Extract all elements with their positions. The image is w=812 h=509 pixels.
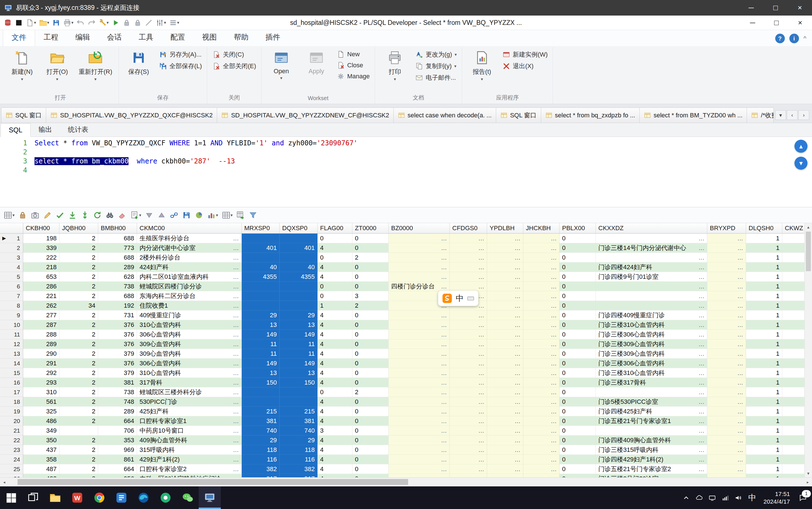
cell-expand-button[interactable]: … <box>231 350 239 357</box>
cell-expand-button[interactable]: … <box>549 427 557 434</box>
cell-BRYXPD[interactable]: … <box>707 359 746 368</box>
cell-CFDGS0[interactable]: … <box>450 359 487 368</box>
network-tray-button[interactable] <box>719 486 732 509</box>
cell-expand-button[interactable]: … <box>696 245 705 251</box>
cell-CKBH00[interactable]: 288 <box>23 330 59 339</box>
ribbon-tab-6[interactable]: 视图 <box>194 29 225 46</box>
cell-YPDLBH[interactable]: … <box>487 359 523 368</box>
cell-expand-button[interactable]: … <box>231 466 239 473</box>
cell-expand-button[interactable]: … <box>439 264 447 271</box>
cell-expand-button[interactable]: … <box>512 245 521 251</box>
cell-CKXXDZ[interactable]: … <box>596 301 707 310</box>
cell-CKXXDZ[interactable]: 门诊四楼9号门01诊室… <box>596 272 707 282</box>
cell-PBLX00[interactable]: 0 <box>560 445 596 455</box>
cell-expand-button[interactable]: … <box>231 331 239 338</box>
cell-BZ0000[interactable]: … <box>388 368 450 378</box>
cell-CFDGS0[interactable]: … <box>450 378 487 387</box>
cell-expand-button[interactable]: … <box>549 379 557 386</box>
close-button[interactable]: 关闭(C) <box>210 49 258 60</box>
cell-FLAG00[interactable]: 4 <box>317 474 352 477</box>
cell-expand-button[interactable]: … <box>439 254 447 261</box>
cell-BMBH00[interactable]: 688 <box>98 234 137 243</box>
cell-BRYXPD[interactable]: … <box>707 397 746 407</box>
cell-YPDLBH[interactable]: … <box>487 426 523 436</box>
cell-expand-button[interactable]: … <box>735 360 743 367</box>
cell-expand-button[interactable]: … <box>696 302 705 309</box>
cell-CFDGS0[interactable]: … <box>450 387 487 397</box>
cell-JHCKBH[interactable]: … <box>523 436 560 445</box>
cell-CFDGS0[interactable]: … <box>450 368 487 378</box>
cell-DLQSH0[interactable]: 1 <box>746 445 782 455</box>
cell-expand-button[interactable]: … <box>549 370 557 376</box>
execute-button[interactable] <box>110 16 121 29</box>
cell-ZT0000[interactable]: 0 <box>352 320 388 330</box>
cell-CFDGS0[interactable]: … <box>450 416 487 426</box>
cell-CKXXDZ[interactable]: … <box>596 387 707 397</box>
cell-JQBH00[interactable]: 2 <box>59 263 98 272</box>
cell-expand-button[interactable]: … <box>735 312 743 319</box>
cell-ZT0000[interactable]: 0 <box>352 445 388 455</box>
cell-expand-button[interactable]: … <box>512 254 521 261</box>
cell-expand-button[interactable]: … <box>735 254 743 261</box>
cell-expand-button[interactable]: … <box>696 427 705 434</box>
row-number[interactable]: 15 <box>0 368 23 378</box>
cell-JHCKBH[interactable]: … <box>523 445 560 455</box>
cell-ZT0000[interactable]: 2 <box>352 387 388 397</box>
cell-YPDLBH[interactable]: … <box>487 445 523 455</box>
ribbon-tab-8[interactable]: 插件 <box>257 29 289 46</box>
cell-expand-button[interactable]: … <box>735 427 743 434</box>
report-button[interactable]: 报告(t)▾ <box>465 48 499 82</box>
cell-expand-button[interactable]: … <box>512 264 521 271</box>
cell-DQXSP0[interactable] <box>280 234 317 243</box>
cell-expand-button[interactable]: … <box>512 360 521 367</box>
cell-BRYXPD[interactable]: … <box>707 368 746 378</box>
cell-expand-button[interactable]: … <box>549 475 557 478</box>
cell-PBLX00[interactable]: 0 <box>560 263 596 272</box>
cell-ZT0000[interactable]: 2 <box>352 301 388 310</box>
ribbon-tab-0[interactable]: 文件 <box>3 29 35 46</box>
cell-BZ0000[interactable]: … <box>388 349 450 359</box>
help-button[interactable]: ? <box>775 34 785 43</box>
cell-YPDLBH[interactable]: … <box>487 455 523 464</box>
cell-expand-button[interactable]: … <box>439 466 447 473</box>
cell-MRXSP0[interactable]: 150 <box>242 378 280 387</box>
cell-CKMC00[interactable]: 口腔科专家诊室2… <box>137 464 242 474</box>
cell-CFDGS0[interactable]: … <box>450 234 487 243</box>
refresh-button[interactable] <box>91 209 103 222</box>
cell-expand-button[interactable]: … <box>439 312 447 319</box>
cell-YPDLBH[interactable]: … <box>487 339 523 349</box>
cell-FLAG00[interactable]: 4 <box>317 407 352 416</box>
row-number[interactable]: 16 <box>0 378 23 387</box>
cell-CKMC00[interactable]: 425妇产科… <box>137 407 242 416</box>
cell-expand-button[interactable]: … <box>231 245 239 251</box>
cell-expand-button[interactable]: … <box>735 245 743 251</box>
chrome-button[interactable] <box>88 486 111 509</box>
cell-DLQSH0[interactable]: 1 <box>746 426 782 436</box>
cell-CKBH00[interactable]: 290 <box>23 349 59 359</box>
cell-CKBH00[interactable]: 339 <box>23 243 59 253</box>
grid-view-button[interactable]: ▾ <box>220 209 235 222</box>
cell-expand-button[interactable]: … <box>231 475 239 478</box>
cell-BRYXPD[interactable]: … <box>707 416 746 426</box>
cell-MRXSP0[interactable]: 13 <box>242 368 280 378</box>
cell-BZ0000[interactable]: … <box>388 416 450 426</box>
cell-MRXSP0[interactable]: 382 <box>242 464 280 474</box>
cell-JHCKBH[interactable]: … <box>523 301 560 310</box>
cell-CKBH00[interactable]: 437 <box>23 445 59 455</box>
cell-expand-button[interactable]: … <box>549 302 557 309</box>
cell-MRXSP0[interactable] <box>242 301 280 310</box>
cell-DLQSH0[interactable]: 1 <box>746 359 782 368</box>
cell-expand-button[interactable]: … <box>439 283 447 290</box>
workset-open-button[interactable]: Open▾ <box>264 48 298 80</box>
cell-BMBH00[interactable]: 628 <box>98 272 137 282</box>
cell-expand-button[interactable]: … <box>512 379 521 386</box>
cell-BRYXPD[interactable]: … <box>707 474 746 477</box>
cell-expand-button[interactable]: … <box>476 331 484 338</box>
cell-expand-button[interactable]: … <box>735 302 743 309</box>
cell-PBLX00[interactable]: 0 <box>560 359 596 368</box>
app-close-button[interactable]: × <box>788 15 812 30</box>
sort-ascending-button[interactable] <box>155 209 168 222</box>
sort-descending-button[interactable] <box>143 209 155 222</box>
result-grid-menu-button[interactable]: ▾ <box>2 209 17 222</box>
code-line[interactable] <box>34 166 812 175</box>
